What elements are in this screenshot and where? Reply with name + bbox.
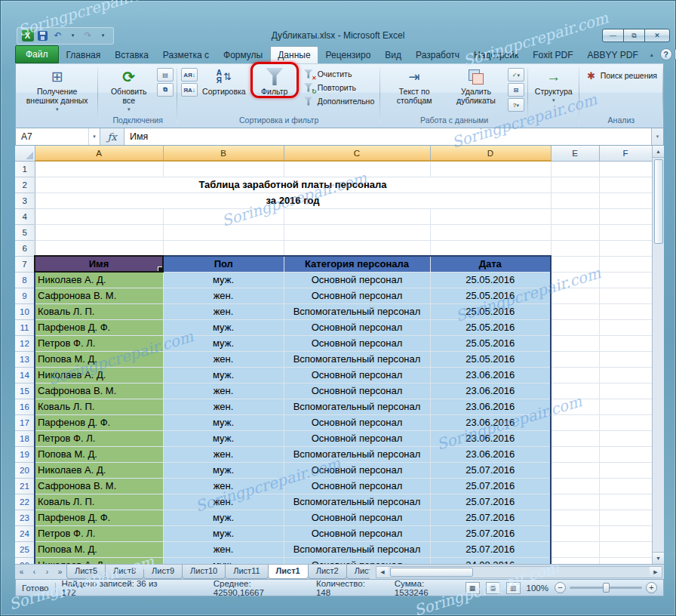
consolidate-button[interactable]: ⊟ bbox=[508, 83, 524, 97]
cell-E19[interactable] bbox=[551, 446, 599, 462]
cell-D9[interactable]: 25.05.2016 bbox=[430, 288, 551, 303]
cell-E13[interactable] bbox=[551, 351, 599, 367]
cell-A25[interactable]: Попова М. Д. bbox=[35, 541, 163, 557]
next-sheet-button[interactable]: › bbox=[41, 566, 54, 578]
text-to-columns-button[interactable]: ⇥ Текст по столбцам bbox=[384, 66, 444, 106]
cell-C20[interactable]: Основной персонал bbox=[284, 462, 430, 478]
cell-F6[interactable] bbox=[599, 240, 652, 256]
cell-F7[interactable] bbox=[599, 256, 652, 272]
row-header-5[interactable]: 5 bbox=[15, 224, 35, 240]
normal-view-button[interactable]: ▦ bbox=[466, 582, 480, 594]
cell-F16[interactable] bbox=[599, 399, 652, 414]
cell-B17[interactable]: муж. bbox=[163, 414, 284, 430]
first-sheet-button[interactable]: « bbox=[15, 566, 28, 578]
cell-C8[interactable]: Основной персонал bbox=[284, 272, 430, 288]
formula-bar-expand-icon[interactable]: ▾ bbox=[651, 128, 663, 145]
cell-F10[interactable] bbox=[599, 303, 652, 319]
row-header-16[interactable]: 16 bbox=[15, 399, 35, 414]
cell-C14[interactable]: Основной персонал bbox=[284, 367, 430, 383]
ribbon-tab-ABBYY PDF[interactable]: ABBYY PDF bbox=[581, 47, 645, 63]
sheet-tab-Лист11[interactable]: Лист11 bbox=[225, 565, 268, 579]
cell-E10[interactable] bbox=[551, 303, 599, 319]
cell-B15[interactable]: жен. bbox=[163, 383, 284, 399]
cell-C11[interactable]: Основной персонал bbox=[284, 319, 430, 335]
cell-A22[interactable]: Коваль Л. П. bbox=[35, 494, 163, 510]
cell-C17[interactable]: Основной персонал bbox=[284, 414, 430, 430]
column-header-E[interactable]: E bbox=[551, 146, 599, 161]
cell-E4[interactable] bbox=[551, 208, 599, 224]
cell-E14[interactable] bbox=[551, 367, 599, 383]
cell-E7[interactable] bbox=[551, 256, 599, 272]
row-header-2[interactable]: 2 bbox=[15, 177, 35, 192]
ribbon-tab-Разработч[interactable]: Разработч bbox=[409, 47, 466, 63]
cell-F11[interactable] bbox=[599, 319, 652, 335]
connection-properties-button[interactable]: ▤ bbox=[157, 68, 174, 82]
cell-A1[interactable] bbox=[35, 161, 163, 177]
cell-C13[interactable]: Вспомогательный персонал bbox=[284, 351, 430, 367]
clear-filter-button[interactable]: ✕ Очистить bbox=[300, 68, 377, 80]
select-all-corner[interactable] bbox=[15, 146, 35, 161]
cell-A4[interactable] bbox=[35, 208, 163, 224]
cell-B7[interactable]: Пол bbox=[163, 256, 284, 272]
refresh-all-button[interactable]: ⟳ Обновить все ▾ bbox=[102, 66, 155, 112]
cell-E18[interactable] bbox=[551, 430, 599, 446]
cell-C5[interactable] bbox=[284, 224, 430, 240]
cell-E20[interactable] bbox=[551, 462, 599, 478]
cell-D16[interactable]: 23.06.2016 bbox=[430, 399, 551, 414]
sheet-tab-Лист1[interactable]: Лист1 bbox=[268, 565, 309, 579]
cell-F20[interactable] bbox=[599, 462, 652, 478]
cell-C6[interactable] bbox=[284, 240, 430, 256]
name-box[interactable]: A7 ▾ bbox=[16, 128, 100, 145]
row-header-9[interactable]: 9 bbox=[15, 288, 35, 303]
sheet-tab-Лист3[interactable]: Лист3 bbox=[346, 565, 370, 579]
cell-C24[interactable]: Основной персонал bbox=[284, 525, 430, 541]
cell-C7[interactable]: Категория персонала bbox=[284, 256, 430, 272]
cell-A14[interactable]: Николаев А. Д. bbox=[35, 367, 163, 383]
column-header-B[interactable]: B bbox=[163, 146, 284, 161]
cell-F26[interactable] bbox=[599, 557, 652, 564]
cell-F22[interactable] bbox=[599, 494, 652, 510]
save-button[interactable] bbox=[36, 29, 49, 42]
cell-A12[interactable]: Петров Ф. Л. bbox=[35, 335, 163, 351]
cell-B12[interactable]: муж. bbox=[163, 335, 284, 351]
cell-F21[interactable] bbox=[599, 478, 652, 494]
scroll-up-icon[interactable]: ▲ bbox=[653, 146, 665, 158]
cell-D6[interactable] bbox=[430, 240, 551, 256]
cell-E11[interactable] bbox=[551, 319, 599, 335]
cell-D26[interactable]: 24.08.2016 bbox=[430, 557, 551, 564]
sheet-tab-Лист8[interactable]: Лист8 bbox=[105, 565, 144, 579]
cell-E9[interactable] bbox=[551, 288, 599, 303]
cell-A23[interactable]: Парфенов Д. Ф. bbox=[35, 510, 163, 525]
row-header-14[interactable]: 14 bbox=[15, 367, 35, 383]
horizontal-scrollbar[interactable]: ◀ ▶ bbox=[376, 566, 662, 578]
cell-A17[interactable]: Парфенов Д. Ф. bbox=[35, 414, 163, 430]
row-header-20[interactable]: 20 bbox=[15, 462, 35, 478]
data-validation-button[interactable]: ✓▾ bbox=[508, 68, 524, 82]
row-header-7[interactable]: 7 bbox=[15, 256, 35, 272]
cell-E17[interactable] bbox=[551, 414, 599, 430]
cell-F12[interactable] bbox=[599, 335, 652, 351]
row-header-8[interactable]: 8 bbox=[15, 272, 35, 288]
get-external-data-button[interactable]: ⊞ Получение внешних данных ▾ bbox=[20, 66, 94, 112]
vertical-scrollbar[interactable]: ▲ ▼ bbox=[652, 146, 664, 564]
cell-F2[interactable] bbox=[599, 177, 652, 192]
row-header-26[interactable]: 26 bbox=[15, 557, 35, 564]
cell-B5[interactable] bbox=[163, 224, 284, 240]
ribbon-tab-Данные[interactable]: Данные bbox=[270, 46, 318, 63]
cell-B4[interactable] bbox=[163, 208, 284, 224]
cell-B6[interactable] bbox=[163, 240, 284, 256]
cell-B14[interactable]: муж. bbox=[163, 367, 284, 383]
cell-C12[interactable]: Основной персонал bbox=[284, 335, 430, 351]
cell-E1[interactable] bbox=[551, 161, 599, 177]
scroll-right-icon[interactable]: ▶ bbox=[650, 567, 662, 578]
cell-D8[interactable]: 25.05.2016 bbox=[430, 272, 551, 288]
cell-D20[interactable]: 25.07.2016 bbox=[430, 462, 551, 478]
cell-E6[interactable] bbox=[551, 240, 599, 256]
cell-F18[interactable] bbox=[599, 430, 652, 446]
cell-B19[interactable]: жен. bbox=[163, 446, 284, 462]
cell-B13[interactable]: жен. bbox=[163, 351, 284, 367]
row-header-19[interactable]: 19 bbox=[15, 446, 35, 462]
horizontal-scrollbar-thumb[interactable] bbox=[390, 568, 473, 577]
cell-F3[interactable] bbox=[599, 192, 652, 208]
edit-links-button[interactable]: ⧉ bbox=[157, 83, 174, 97]
